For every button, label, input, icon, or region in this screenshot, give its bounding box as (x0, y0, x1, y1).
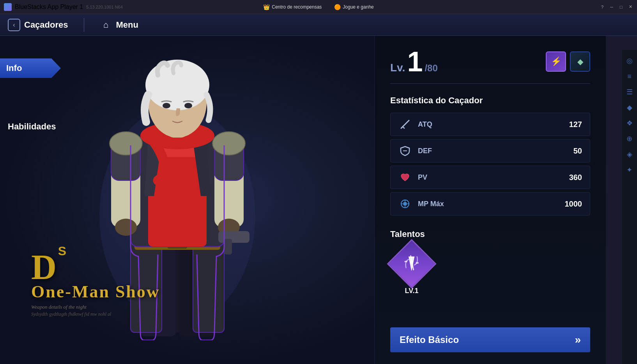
titlebar-version: 5.13.220.1001 N64 (86, 5, 123, 9)
svg-rect-22 (218, 231, 249, 243)
navbar: ‹ Caçadores ⌂ Menu (0, 14, 637, 36)
def-name: DEF (418, 147, 573, 155)
talent-skill-icon (402, 253, 421, 276)
level-max: /80 (425, 63, 437, 74)
svg-point-16 (110, 132, 142, 155)
svg-point-27 (145, 60, 209, 110)
stats-title: Estatística do Caçador (390, 95, 590, 106)
menu-button[interactable]: ⌂ Menu (100, 19, 138, 31)
stat-row-atq: ATQ 127 (390, 113, 590, 136)
back-button[interactable]: ‹ Caçadores (8, 19, 68, 31)
sidebar-icon-6[interactable]: ⊕ (623, 132, 637, 146)
char-rank: D (31, 248, 57, 286)
svg-point-19 (212, 132, 245, 155)
stat-row-pv: PV 360 (390, 166, 590, 189)
stat-row-mp: MP Máx 1000 (390, 192, 590, 216)
bluestacks-logo (4, 3, 12, 11)
back-arrow-icon: ‹ (8, 19, 20, 31)
efeito-basico-button[interactable]: Efeito Básico » (390, 327, 590, 352)
help-btn[interactable]: ? (600, 4, 605, 10)
sidebar-icon-1[interactable]: ◎ (623, 54, 637, 68)
lightning-icon-btn[interactable]: ⚡ (546, 51, 566, 72)
titlebar-center: 👑 Centro de recompensas 🟠 Jogue e ganhe (260, 3, 377, 11)
level-number: 1 (407, 48, 423, 76)
rewards-center-label: Centro de recompensas (272, 4, 322, 10)
svg-point-29 (184, 103, 192, 108)
crown-icon: 👑 (263, 4, 270, 10)
diamond-icon: ◆ (577, 57, 583, 66)
close-btn[interactable]: ✕ (628, 4, 633, 10)
sidebar-icon-7[interactable]: ◈ (623, 147, 637, 161)
diamond-icon-btn[interactable]: ◆ (570, 51, 590, 72)
svg-line-32 (403, 127, 404, 128)
titlebar-app-name: BlueStacks App Player 1 (15, 4, 83, 11)
pv-icon (398, 171, 412, 184)
talentos-title: Talentos (390, 229, 590, 239)
play-earn-label: Jogue e ganhe (343, 4, 373, 10)
right-panel: Lv. 1 /80 ⚡ ◆ Estatística do Caçador (374, 36, 606, 364)
left-panel: Info Habilidades (0, 36, 374, 364)
atq-value: 127 (569, 120, 582, 129)
char-rank-s: S (58, 244, 66, 258)
minimize-btn[interactable]: ─ (609, 4, 614, 10)
efeito-basico-arrow: » (575, 334, 581, 346)
stat-row-def: DEF 50 (390, 139, 590, 163)
titlebar-left: BlueStacks App Player 1 5.13.220.1001 N6… (4, 3, 123, 11)
level-section: Lv. 1 /80 ⚡ ◆ (390, 48, 590, 84)
sidebar-icon-3[interactable]: ☰ (623, 85, 637, 99)
character-name-overlay: D S One-Man Show Weapon details of the n… (31, 250, 160, 317)
level-icons: ⚡ ◆ (546, 51, 590, 72)
main-content: Info Habilidades (0, 36, 637, 364)
def-icon (398, 144, 412, 157)
lightning-icon: ⚡ (551, 57, 561, 67)
home-icon: ⌂ (100, 19, 112, 31)
svg-rect-23 (224, 239, 232, 254)
talent-icon[interactable] (387, 239, 436, 288)
orange-circle-icon: 🟠 (334, 4, 341, 10)
sidebar-icon-5[interactable]: ❖ (623, 116, 637, 130)
right-sidebar: ◎ ≡ ☰ ◆ ❖ ⊕ ◈ ✦ (621, 50, 637, 364)
mp-icon (398, 197, 412, 210)
nav-title: Caçadores (24, 20, 68, 30)
efeito-basico-label: Efeito Básico (400, 334, 459, 345)
menu-label: Menu (116, 20, 138, 30)
svg-point-35 (403, 202, 407, 206)
titlebar-right: ? ─ □ ✕ (600, 4, 633, 10)
titlebar: BlueStacks App Player 1 5.13.220.1001 N6… (0, 0, 637, 14)
atq-icon (398, 118, 412, 131)
stats-section: Estatística do Caçador ATQ 127 (390, 95, 590, 216)
def-value: 50 (573, 147, 582, 155)
atq-name: ATQ (418, 120, 569, 129)
talent-container: LV.1 (390, 246, 433, 295)
rewards-center-btn[interactable]: 👑 Centro de recompensas (260, 3, 325, 11)
char-subtitle1: Weapon details of the night (31, 304, 160, 310)
mp-name: MP Máx (418, 200, 565, 208)
play-earn-btn[interactable]: 🟠 Jogue e ganhe (331, 3, 377, 11)
sidebar-icon-4[interactable]: ◆ (623, 101, 637, 115)
svg-line-30 (401, 120, 409, 128)
level-display: Lv. 1 /80 (390, 48, 438, 76)
sidebar-icon-8[interactable]: ✦ (623, 163, 637, 177)
restore-btn[interactable]: □ (618, 4, 624, 10)
mp-value: 1000 (565, 200, 582, 209)
sidebar-icon-2[interactable]: ≡ (623, 69, 637, 83)
pv-value: 360 (569, 173, 582, 182)
svg-point-20 (115, 219, 137, 236)
level-prefix: Lv. (390, 62, 405, 74)
char-subtitle2: Sydsydth gydthzgth fhdknwf fid mw nohl a… (31, 311, 160, 317)
svg-point-28 (163, 103, 170, 108)
nav-divider (84, 18, 84, 32)
info-tab-label: Info (6, 63, 22, 73)
talentos-section: Talentos (390, 229, 590, 295)
pv-name: PV (418, 173, 569, 182)
